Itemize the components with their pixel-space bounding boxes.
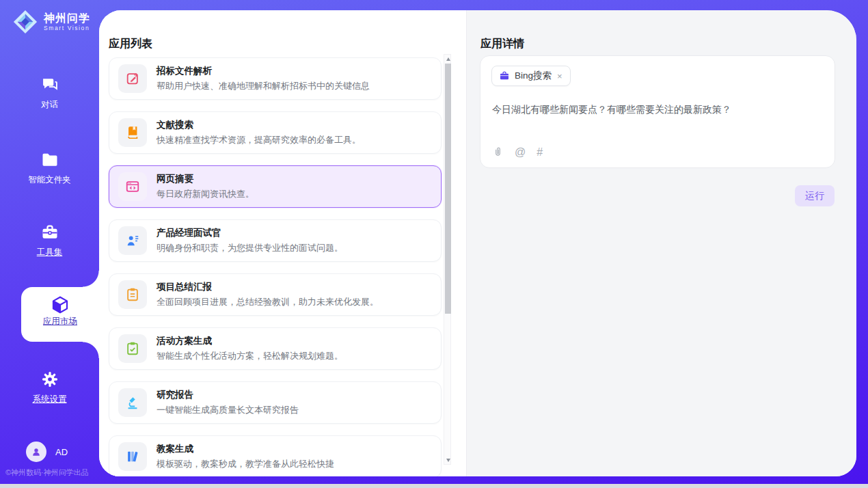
list-item-web-summary[interactable]: 网页摘要 每日政府新闻资讯快查。 <box>109 165 442 208</box>
chip-close-icon[interactable]: × <box>556 71 563 81</box>
chat-icon <box>0 75 99 96</box>
app-desc: 模板驱动，教案秒成，教学准备从此轻松快捷 <box>157 458 334 470</box>
copyright-footer: ©神州数码·神州问学出品 <box>5 467 89 478</box>
brand-subtitle: Smart Vision <box>44 25 90 31</box>
app-desc: 全面回顾项目进展，总结经验教训，助力未来优化发展。 <box>157 296 379 308</box>
sidebar-item-label: 系统设置 <box>0 394 99 405</box>
app-desc: 帮助用户快速、准确地理解和解析招标书中的关键信息 <box>157 80 370 92</box>
gear-icon <box>0 370 99 390</box>
app-title: 招标文件解析 <box>157 65 370 77</box>
mention-icon[interactable]: @ <box>515 147 526 158</box>
user-account[interactable]: AD <box>26 442 68 462</box>
books-icon <box>118 442 147 471</box>
sidebar-item-app-market[interactable]: 应用市场 <box>21 287 99 342</box>
clipboard-check-icon <box>118 334 147 363</box>
app-desc: 快速精准查找学术资源，提高研究效率的必备工具。 <box>157 134 361 146</box>
list-item-lesson-plan[interactable]: 教案生成 模板驱动，教案秒成，教学准备从此轻松快捷 <box>109 435 442 476</box>
paperclip-icon[interactable] <box>492 146 504 158</box>
sidebar-item-label: 应用市场 <box>21 316 99 327</box>
app-detail-panel: 应用详情 Bing搜索 × 今日湖北有哪些新闻要点？有哪些需要关注的最新政策？ <box>467 10 856 476</box>
app-title: 项目总结汇报 <box>157 281 379 293</box>
list-item-project-summary[interactable]: 项目总结汇报 全面回顾项目进展，总结经验教训，助力未来优化发展。 <box>109 273 442 316</box>
browser-code-icon <box>118 172 147 201</box>
app-detail-title: 应用详情 <box>480 37 524 51</box>
microscope-icon <box>118 388 147 417</box>
user-label: AD <box>55 447 68 457</box>
app-title: 产品经理面试官 <box>157 227 343 239</box>
sidebar-item-label: 对话 <box>0 99 99 111</box>
list-scrollbar[interactable] <box>444 54 451 465</box>
scrollbar-thumb[interactable] <box>445 64 451 314</box>
app-desc: 智能生成个性化活动方案，轻松解决规划难题。 <box>157 350 343 362</box>
composer-toolbar: @ # <box>492 146 543 158</box>
app-title: 教案生成 <box>157 443 334 455</box>
app-desc: 一键智能生成高质量长文本研究报告 <box>157 404 299 416</box>
sidebar-item-smart-folder[interactable]: 智能文件夹 <box>0 150 99 186</box>
app-frame: 神州问学 Smart Vision 对话 智能文件夹 <box>0 0 868 484</box>
app-title: 活动方案生成 <box>157 335 343 347</box>
book-icon <box>118 118 147 147</box>
list-item-literature-search[interactable]: 文献搜索 快速精准查找学术资源，提高研究效率的必备工具。 <box>109 111 442 154</box>
list-item-event-plan[interactable]: 活动方案生成 智能生成个性化活动方案，轻松解决规划难题。 <box>109 327 442 370</box>
scroll-down-arrow[interactable] <box>445 456 451 464</box>
brand-name: 神州问学 <box>44 12 90 25</box>
person-icon <box>30 446 42 458</box>
sidebar-item-label: 智能文件夹 <box>0 174 99 186</box>
list-item-pm-interviewer[interactable]: 产品经理面试官 明确身份和职责，为您提供专业性的面试问题。 <box>109 219 442 262</box>
tool-chip-bing-search[interactable]: Bing搜索 × <box>491 66 571 86</box>
app-title: 网页摘要 <box>157 173 254 185</box>
app-desc: 明确身份和职责，为您提供专业性的面试问题。 <box>157 242 343 254</box>
briefcase-icon <box>499 70 510 81</box>
app-title: 文献搜索 <box>157 119 361 131</box>
avatar <box>26 442 46 462</box>
app-desc: 每日政府新闻资讯快查。 <box>157 188 254 200</box>
list-item-tender-parse[interactable]: 招标文件解析 帮助用户快速、准确地理解和解析招标书中的关键信息 <box>109 57 442 100</box>
run-button[interactable]: 运行 <box>795 185 835 206</box>
folder-icon <box>0 150 99 171</box>
brand-logo: 神州问学 Smart Vision <box>12 9 90 35</box>
list-item-research-report[interactable]: 研究报告 一键智能生成高质量长文本研究报告 <box>109 381 442 424</box>
scroll-up-arrow[interactable] <box>445 55 451 63</box>
interviewer-icon <box>118 226 147 255</box>
document-edit-icon <box>118 64 147 93</box>
gem-logo-icon <box>12 9 38 35</box>
hash-icon[interactable]: # <box>537 147 543 158</box>
sidebar-item-toolset[interactable]: 工具集 <box>0 223 99 258</box>
cube-icon <box>21 287 99 310</box>
toolbox-icon <box>0 223 99 243</box>
app-list: 招标文件解析 帮助用户快速、准确地理解和解析招标书中的关键信息 文献搜索 <box>109 57 442 476</box>
content-panel: 应用列表 招标文件解析 帮助用户快速、准确地理解和解析招标书中的关键信息 <box>99 10 856 476</box>
tool-chip-label: Bing搜索 <box>515 70 552 82</box>
prompt-input-card[interactable]: Bing搜索 × 今日湖北有哪些新闻要点？有哪些需要关注的最新政策？ @ # <box>480 55 835 168</box>
sidebar-item-settings[interactable]: 系统设置 <box>0 370 99 405</box>
app-title: 研究报告 <box>157 389 299 401</box>
clipboard-icon <box>118 280 147 309</box>
query-text[interactable]: 今日湖北有哪些新闻要点？有哪些需要关注的最新政策？ <box>492 104 820 116</box>
app-list-title: 应用列表 <box>109 37 152 51</box>
sidebar-item-chat[interactable]: 对话 <box>0 75 99 111</box>
app-list-panel: 应用列表 招标文件解析 帮助用户快速、准确地理解和解析招标书中的关键信息 <box>99 10 467 476</box>
sidebar-item-label: 工具集 <box>0 247 99 258</box>
